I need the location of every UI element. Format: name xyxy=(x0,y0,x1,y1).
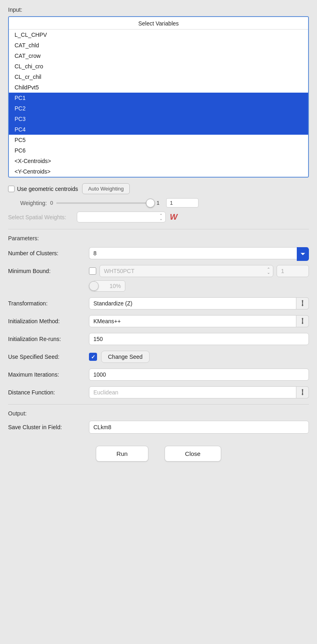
save-cluster-row: Save Cluster in Field: xyxy=(8,421,309,434)
list-item[interactable]: PC2 xyxy=(9,103,308,114)
distance-function-label: Distance Function: xyxy=(8,389,89,396)
list-item[interactable]: PC4 xyxy=(9,124,308,135)
minimum-bound-group: WHT50PCT xyxy=(89,265,309,277)
parameters-label: Parameters: xyxy=(8,235,309,241)
use-specified-seed-checkbox[interactable] xyxy=(89,353,97,361)
list-item[interactable]: PC6 xyxy=(9,145,308,156)
geometric-centroids-row: Use geometric centroids Auto Weighting xyxy=(8,183,309,194)
transformation-row: Transformation: Standardize (Z) xyxy=(8,297,309,309)
close-button[interactable]: Close xyxy=(165,446,221,462)
weighting-input[interactable] xyxy=(166,198,199,208)
weighting-slider-thumb[interactable] xyxy=(146,199,155,208)
list-item[interactable]: CAT_chld xyxy=(9,40,308,51)
transformation-label: Transformation: xyxy=(8,300,89,307)
output-label: Output: xyxy=(8,410,309,417)
bottom-buttons: Run Close xyxy=(8,446,309,462)
minimum-bound-checkbox[interactable] xyxy=(89,267,96,275)
num-clusters-arrow-btn[interactable] xyxy=(297,247,309,261)
change-seed-button[interactable]: Change Seed xyxy=(101,351,150,363)
list-item[interactable]: CL_chi_cro xyxy=(9,61,308,72)
variable-list: L_CL_CHPV CAT_chld CAT_crow CL_chi_cro C… xyxy=(9,30,308,177)
maximum-iterations-row: Maximum Iterations: xyxy=(8,369,309,381)
maximum-iterations-value xyxy=(89,369,309,381)
spatial-select-wrapper xyxy=(77,212,166,222)
minimum-bound-value-input[interactable] xyxy=(277,265,309,277)
initialization-reruns-input[interactable] xyxy=(89,333,309,345)
minimum-bound-slider-row: 10% xyxy=(8,280,125,292)
spatial-weights-row: Select Spatial Weights: W xyxy=(8,212,309,222)
num-clusters-select[interactable]: 8 xyxy=(89,247,309,259)
list-item[interactable]: <Y-Centroids> xyxy=(9,166,308,177)
list-item[interactable]: ChildPvt5 xyxy=(9,82,308,93)
list-item[interactable]: L_CL_CHPV xyxy=(9,30,308,40)
spatial-weights-label: Select Spatial Weights: xyxy=(8,214,73,220)
maximum-iterations-input[interactable] xyxy=(89,369,309,381)
svg-marker-0 xyxy=(300,253,305,255)
list-item[interactable]: <X-Centroids> xyxy=(9,156,308,166)
num-clusters-label: Number of Clusters: xyxy=(8,250,89,256)
w-icon[interactable]: W xyxy=(170,212,178,222)
geometric-centroids-checkbox-wrapper[interactable]: Use geometric centroids xyxy=(8,186,78,192)
initialization-reruns-row: Initialization Re-runs: xyxy=(8,333,309,345)
initialization-method-select[interactable]: KMeans++ xyxy=(89,315,309,327)
num-clusters-select-wrapper: 8 xyxy=(89,247,309,259)
initialization-reruns-label: Initialization Re-runs: xyxy=(8,336,89,342)
input-label: Input: xyxy=(8,6,309,13)
weighting-row: Weighting: 0 1 xyxy=(8,198,309,208)
use-specified-seed-label: Use Specified Seed: xyxy=(8,354,89,360)
list-item[interactable]: PC5 xyxy=(9,135,308,145)
weighting-label: Weighting: xyxy=(20,200,47,206)
minimum-bound-label: Minimum Bound: xyxy=(8,268,89,274)
num-clusters-value: 8 xyxy=(89,247,309,259)
weighting-value: 1 xyxy=(156,200,163,206)
output-divider xyxy=(8,404,309,405)
list-item[interactable]: CL_cr_chil xyxy=(9,72,308,82)
distance-function-select[interactable]: Euclidean xyxy=(89,386,309,398)
auto-weighting-button[interactable]: Auto Weighting xyxy=(82,183,130,194)
output-section: Output: Save Cluster in Field: xyxy=(8,410,309,434)
save-cluster-label: Save Cluster in Field: xyxy=(8,424,85,430)
select-variables-box: Select Variables L_CL_CHPV CAT_chld CAT_… xyxy=(8,16,309,178)
run-button[interactable]: Run xyxy=(96,446,148,462)
distance-function-row: Distance Function: Euclidean xyxy=(8,386,309,398)
transformation-select[interactable]: Standardize (Z) xyxy=(89,297,309,309)
minimum-bound-row: Minimum Bound: WHT50PCT 10% xyxy=(8,265,309,292)
geometric-centroids-checkbox[interactable] xyxy=(8,186,15,192)
initialization-reruns-value xyxy=(89,333,309,345)
weighting-slider-track[interactable] xyxy=(56,202,153,204)
weighting-min: 0 xyxy=(50,200,53,206)
minimum-bound-select-wrapper: WHT50PCT xyxy=(99,265,273,277)
num-clusters-row: Number of Clusters: 8 xyxy=(8,247,309,259)
minimum-bound-slider-thumb[interactable] xyxy=(89,281,99,291)
minimum-bound-select[interactable]: WHT50PCT xyxy=(99,265,273,277)
transformation-select-wrapper: Standardize (Z) xyxy=(89,297,309,309)
use-specified-seed-value: Change Seed xyxy=(89,351,309,363)
initialization-method-row: Initialization Method: KMeans++ xyxy=(8,315,309,327)
use-specified-seed-row: Use Specified Seed: Change Seed xyxy=(8,351,309,363)
select-variables-title: Select Variables xyxy=(9,17,308,30)
maximum-iterations-label: Maximum Iterations: xyxy=(8,371,89,378)
save-cluster-input[interactable] xyxy=(89,421,309,434)
list-item[interactable]: CAT_crow xyxy=(9,51,308,61)
spatial-weights-select[interactable] xyxy=(77,212,166,222)
distance-function-select-wrapper: Euclidean xyxy=(89,386,309,398)
initialization-method-label: Initialization Method: xyxy=(8,318,89,324)
geometric-centroids-label: Use geometric centroids xyxy=(17,186,78,192)
list-item[interactable]: PC3 xyxy=(9,114,308,124)
divider xyxy=(8,229,309,229)
initialization-method-select-wrapper: KMeans++ xyxy=(89,315,309,327)
list-item[interactable]: PC1 xyxy=(9,93,308,103)
